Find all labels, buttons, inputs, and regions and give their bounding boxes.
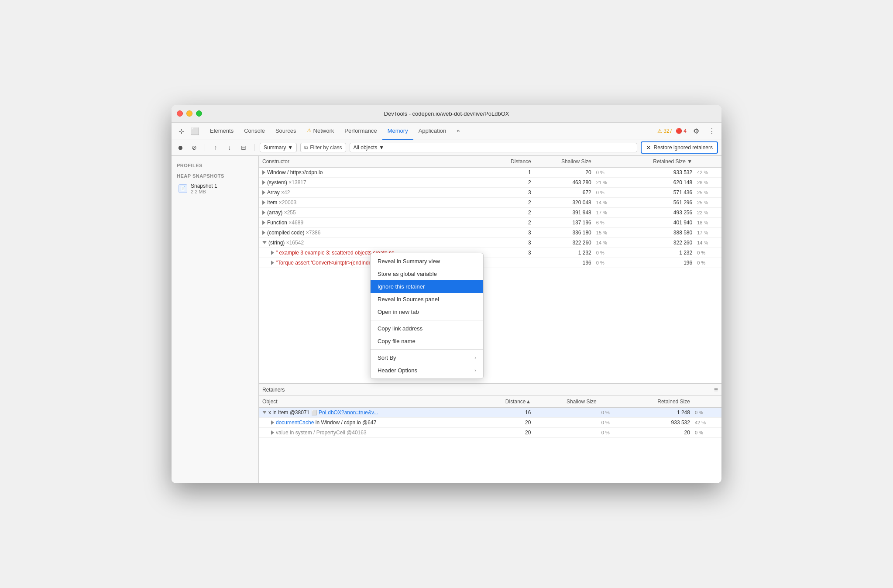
ctx-store-global[interactable]: Store as global variable [371, 268, 483, 280]
err-count: 4 [683, 128, 687, 134]
ctx-header-options[interactable]: Header Options › [371, 364, 483, 377]
retained-cell: 20 [623, 427, 694, 437]
nav-tabs: Elements Console Sources ⚠ Network Perfo… [205, 122, 657, 140]
clear-button[interactable]: ⊟ [238, 142, 249, 153]
expand-icon[interactable] [271, 261, 274, 265]
table-row[interactable]: (string) ×16542 3 322 260 14 % 322 260 1… [259, 237, 721, 248]
ctx-reveal-sources[interactable]: Reveal in Sources panel [371, 293, 483, 306]
constructor-name: (array) ×255 [267, 210, 296, 216]
expand-icon[interactable] [262, 411, 267, 414]
distance-cell: 3 [490, 248, 535, 258]
dropdown-arrow2: ▼ [379, 144, 384, 151]
tab-network[interactable]: ⚠ Network [302, 122, 340, 140]
expand-icon[interactable] [262, 200, 265, 205]
close-button[interactable] [177, 110, 183, 117]
stop-button[interactable]: ⊘ [189, 142, 199, 153]
distance-cell: 3 [490, 227, 535, 237]
titlebar: DevTools - codepen.io/web-dot-dev/live/P… [172, 105, 721, 123]
snapshot-item[interactable]: 📄 Snapshot 1 2.2 MB [173, 180, 257, 197]
table-row[interactable]: " example 3 example 3: scattered objects… [259, 248, 721, 258]
expand-icon[interactable] [262, 241, 267, 244]
expand-icon[interactable] [262, 180, 265, 185]
shallow-pct-cell: 21 % [595, 177, 621, 187]
col-distance-r[interactable]: Distance▲ [477, 396, 534, 408]
filter-button[interactable]: ⧉ Filter by class [300, 143, 346, 152]
expand-icon[interactable] [271, 420, 274, 425]
expand-icon[interactable] [262, 230, 265, 235]
col-shallow-pct-r [600, 396, 623, 408]
inspect-element-button[interactable]: ⊹ [175, 125, 187, 137]
constructor-cell: (array) ×255 [259, 207, 490, 217]
table-row[interactable]: Item ×20003 2 320 048 14 % 561 296 25 % [259, 197, 721, 207]
retained-cell: 401 940 [621, 217, 696, 227]
distance-cell: 20 [477, 417, 534, 427]
retained-cell: 561 296 [621, 197, 696, 207]
tab-application[interactable]: Application [413, 122, 452, 140]
col-retained-size[interactable]: Retained Size ▼ [621, 156, 696, 168]
expand-icon[interactable] [262, 210, 265, 215]
restore-ignored-retainers-button[interactable]: ✕ Restore ignored retainers [641, 141, 718, 154]
distance-cell: 3 [490, 237, 535, 248]
retained-cell: 493 256 [621, 207, 696, 217]
table-row[interactable]: Window / https://cdpn.io 1 20 0 % 933 53… [259, 167, 721, 177]
device-toolbar-button[interactable]: ⬜ [189, 125, 201, 137]
table-row[interactable]: x in Item @38071 ⬜ PoLdbOX?anon=true&v..… [259, 407, 721, 417]
object-cell: value in system / PropertyCell @40163 [259, 427, 477, 437]
settings-button[interactable]: ⚙ [690, 125, 702, 137]
expand-icon[interactable] [262, 190, 265, 195]
shallow-pct-cell: 0 % [600, 417, 623, 427]
table-row[interactable]: Array ×42 3 672 0 % 571 436 25 % [259, 187, 721, 197]
shallow-pct-cell: 15 % [595, 227, 621, 237]
table-row[interactable]: "Torque assert 'Convert<uintptr>(endInde… [259, 258, 721, 268]
ctx-sort-by[interactable]: Sort By › [371, 351, 483, 364]
summary-dropdown[interactable]: Summary ▼ [260, 143, 297, 152]
shallow-cell: 320 048 [535, 197, 595, 207]
table-row[interactable]: value in system / PropertyCell @40163 20… [259, 427, 721, 437]
ctx-copy-link[interactable]: Copy link address [371, 322, 483, 335]
expand-icon[interactable] [271, 430, 274, 435]
tab-console[interactable]: Console [239, 122, 270, 140]
retained-pct-cell: 0 % [696, 248, 721, 258]
shallow-cell: 391 948 [535, 207, 595, 217]
tab-sources[interactable]: Sources [270, 122, 302, 140]
ctx-copy-filename[interactable]: Copy file name [371, 335, 483, 347]
shallow-cell: 463 280 [535, 177, 595, 187]
tab-memory[interactable]: Memory [382, 122, 413, 140]
ctx-reveal-summary-label: Reveal in Summary view [378, 258, 440, 265]
expand-icon[interactable] [262, 170, 265, 175]
submenu-chevron2: › [474, 368, 476, 373]
divider [205, 144, 205, 151]
ctx-ignore-retainer[interactable]: Ignore this retainer [371, 280, 483, 293]
ctx-reveal-summary[interactable]: Reveal in Summary view [371, 255, 483, 268]
table-row[interactable]: (compiled code) ×7386 3 336 180 15 % 388… [259, 227, 721, 237]
tab-performance[interactable]: Performance [339, 122, 382, 140]
more-options-button[interactable]: ⋮ [706, 125, 718, 137]
all-objects-dropdown[interactable]: All objects ▼ [350, 143, 637, 152]
tab-elements[interactable]: Elements [205, 122, 239, 140]
constructor-cell: Array ×42 [259, 187, 490, 197]
minimize-button[interactable] [186, 110, 192, 117]
profiles-title: Profiles [172, 161, 258, 170]
constructor-name: (system) ×13817 [267, 179, 306, 186]
snapshot-info: Snapshot 1 2.2 MB [191, 183, 251, 194]
expand-icon[interactable] [262, 220, 265, 225]
maximize-button[interactable] [196, 110, 202, 117]
retained-cell: 322 260 [621, 237, 696, 248]
constructor-name: (string) ×16542 [268, 240, 304, 246]
toolbar-right: ⚠ 327 🔴 4 ⚙ ⋮ [657, 125, 718, 137]
ctx-open-tab[interactable]: Open in new tab [371, 306, 483, 318]
expand-icon[interactable] [271, 251, 274, 255]
col-shallow-size: Shallow Size [535, 156, 595, 168]
more-tabs-button[interactable]: » [451, 122, 465, 140]
table-row[interactable]: documentCache in Window / cdpn.io @647 2… [259, 417, 721, 427]
table-row[interactable]: (system) ×13817 2 463 280 21 % 620 148 2… [259, 177, 721, 187]
record-button[interactable]: ⏺ [175, 142, 185, 153]
object-name: documentCache in Window / cdpn.io @647 [276, 420, 376, 426]
download-button[interactable]: ↓ [224, 142, 235, 153]
upload-button[interactable]: ↑ [210, 142, 221, 153]
distance-cell: 2 [490, 217, 535, 227]
table-row[interactable]: Function ×4689 2 137 196 6 % 401 940 18 … [259, 217, 721, 227]
table-row[interactable]: (array) ×255 2 391 948 17 % 493 256 22 % [259, 207, 721, 217]
retained-pct-cell: 0 % [694, 427, 721, 437]
retained-cell: 388 580 [621, 227, 696, 237]
